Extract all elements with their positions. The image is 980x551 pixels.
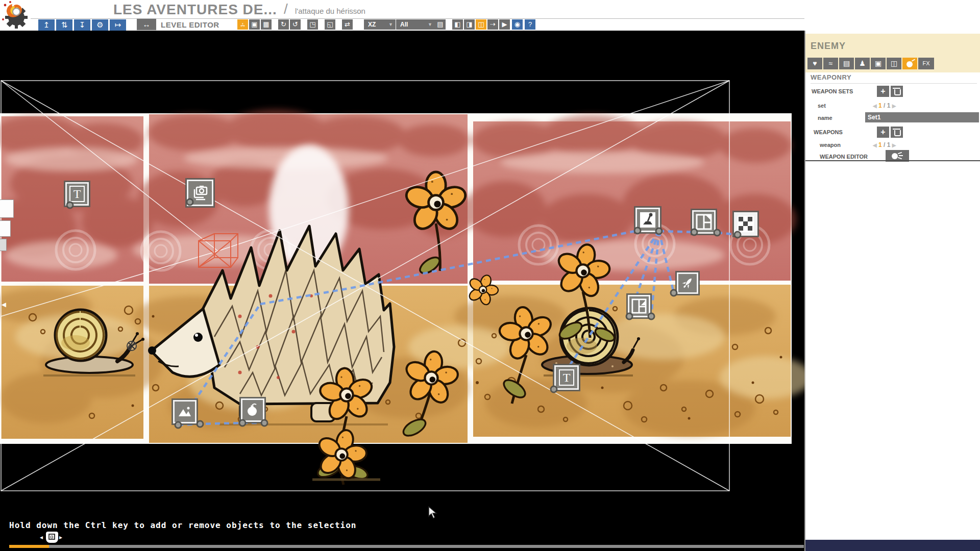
delete-weapon-button[interactable] <box>891 127 903 138</box>
path-node[interactable] <box>197 420 204 428</box>
enemy-panel: ENEMY WEAPONRY WEAPON SETS + set ◀ 1 / 1… <box>805 31 980 551</box>
path-select-icon[interactable]: ⇢ <box>487 19 498 30</box>
split-frame-icon <box>696 214 712 230</box>
set-prev-icon[interactable]: ◀ <box>873 103 877 109</box>
bomb-weapon-marker[interactable] <box>241 398 264 422</box>
tab-layers-icon[interactable]: ▤ <box>839 58 854 69</box>
panel-separator <box>804 31 805 551</box>
set-label: set <box>818 103 826 109</box>
paste-object-grid-icon[interactable]: ▦ <box>261 19 272 30</box>
rotate-ccw-icon[interactable]: ↺ <box>290 19 301 30</box>
snapshot-back-icon[interactable]: ◧ <box>452 19 463 30</box>
panel-bottom-strip <box>805 540 980 551</box>
bomb-icon <box>892 153 898 159</box>
split-frame-icon <box>631 298 647 314</box>
move-tool-icon[interactable]: ↔↕ <box>237 19 248 30</box>
path-node[interactable] <box>734 231 742 239</box>
axis-dropdown[interactable]: XZ ▼ <box>364 19 396 30</box>
add-weapon-button[interactable]: + <box>877 127 889 138</box>
help-icon[interactable]: ? <box>525 19 535 30</box>
level-name: l'attaque du hérisson <box>295 7 365 15</box>
path-node[interactable] <box>648 313 655 320</box>
progress-track <box>9 545 804 548</box>
weapon-current: 1 <box>878 141 882 148</box>
delete-weapon-set-button[interactable] <box>891 86 903 97</box>
set-pager: ◀ 1 / 1 ▶ <box>873 102 896 109</box>
enemy-tab-strip: ♥≈▤♟▣◫FX <box>807 58 935 69</box>
path-node[interactable] <box>670 289 678 297</box>
set-name-input[interactable]: Set1 <box>865 112 979 122</box>
import-level-icon[interactable]: ⇅ <box>56 19 72 31</box>
mouse-cursor <box>428 506 439 519</box>
snapshot-mid-icon[interactable]: ◨ <box>464 19 475 30</box>
offscreen-panel-tab[interactable] <box>0 239 7 251</box>
set-sep: / <box>884 102 885 109</box>
fit-view-button[interactable]: ↔ <box>137 19 156 30</box>
download-level-icon[interactable]: ↧ <box>74 19 90 31</box>
mode-label: LEVEL EDITOR <box>161 20 219 29</box>
picture-object-marker[interactable] <box>173 400 197 423</box>
weaponry-section-title: WEAPONRY <box>811 73 977 84</box>
path-node[interactable] <box>66 202 74 209</box>
play-level-icon[interactable]: ▶ <box>499 19 510 30</box>
app-logo-icon <box>1 0 30 30</box>
rocket-weapon-marker[interactable] <box>677 272 698 294</box>
set-next-icon[interactable]: ▶ <box>892 103 896 109</box>
trash-icon <box>893 129 900 130</box>
add-weapon-set-button[interactable]: + <box>877 86 889 97</box>
view-toolbar: ▤◧◨◫⇢▶◉? <box>435 19 536 30</box>
weapon-sep: / <box>884 141 885 148</box>
prev-icon[interactable]: ◂ <box>40 534 43 541</box>
chevron-down-icon: ▼ <box>428 19 432 30</box>
rotate-cw-icon[interactable]: ↻ <box>278 19 289 30</box>
picture-icon <box>177 404 192 419</box>
weapon-pager: ◀ 1 / 1 ▶ <box>873 141 896 148</box>
snapshot-active-icon[interactable]: ◫ <box>476 19 486 30</box>
rocket-icon <box>680 276 695 290</box>
tab-weaponry-icon[interactable] <box>902 58 917 69</box>
title-separator: / <box>284 1 288 17</box>
tab-pose-icon[interactable]: ♟ <box>855 58 870 69</box>
next-icon[interactable]: ▸ <box>59 534 62 541</box>
offscreen-panel-tab[interactable] <box>0 199 14 218</box>
tab-health-icon[interactable]: ♥ <box>807 58 822 69</box>
settings-icon[interactable]: ⚙ <box>92 19 108 31</box>
edge-arrow-icon[interactable]: ◄ <box>0 300 8 309</box>
path-node[interactable] <box>261 419 268 427</box>
path-node[interactable] <box>175 421 182 429</box>
text-object-marker-2[interactable]: T <box>554 365 579 390</box>
snap-grid-icon[interactable]: ◱ <box>325 19 335 30</box>
upload-level-icon[interactable]: ↥ <box>38 19 55 31</box>
file-toolbar: ↥⇅↧⚙↦ <box>38 19 128 31</box>
weapon-next-icon[interactable]: ▶ <box>892 142 896 148</box>
paste-object-icon[interactable]: ▣ <box>249 19 260 30</box>
filter-dropdown-value: All <box>400 21 408 28</box>
path-node[interactable] <box>550 386 558 393</box>
tab-fx[interactable]: FX <box>918 58 934 69</box>
exit-editor-icon[interactable]: ↦ <box>110 19 126 31</box>
path-node[interactable] <box>634 227 642 235</box>
snail-anchor-node[interactable] <box>127 341 136 350</box>
camera-copy-icon <box>191 184 209 202</box>
path-node[interactable] <box>691 229 698 236</box>
tab-movement-icon[interactable]: ≈ <box>823 58 838 69</box>
weapon-total: 1 <box>887 141 891 148</box>
scale-tool-icon[interactable]: ◳ <box>307 19 318 30</box>
weapon-prev-icon[interactable]: ◀ <box>873 142 877 148</box>
orbit-camera-icon[interactable]: ◉ <box>512 19 523 30</box>
path-node[interactable] <box>655 228 663 235</box>
tab-frame-icon[interactable]: ▣ <box>871 58 886 69</box>
layers-icon[interactable]: ▤ <box>435 19 446 30</box>
path-node[interactable] <box>186 198 194 206</box>
flip-tool-icon[interactable]: ⇄ <box>342 19 353 30</box>
path-node[interactable] <box>239 419 247 427</box>
path-node[interactable] <box>626 313 633 320</box>
offscreen-panel-tab[interactable] <box>0 220 11 237</box>
filter-dropdown[interactable]: All ▼ <box>396 19 435 30</box>
set-current: 1 <box>878 102 882 109</box>
path-node[interactable] <box>714 229 721 237</box>
header-bar: LES AVENTURES DE... / l'attaque du héris… <box>0 0 980 31</box>
camera-nav-widget[interactable]: ◂ ▸ <box>40 532 63 544</box>
tab-duplicate-icon[interactable]: ◫ <box>887 58 901 69</box>
progress-fill <box>9 545 49 548</box>
